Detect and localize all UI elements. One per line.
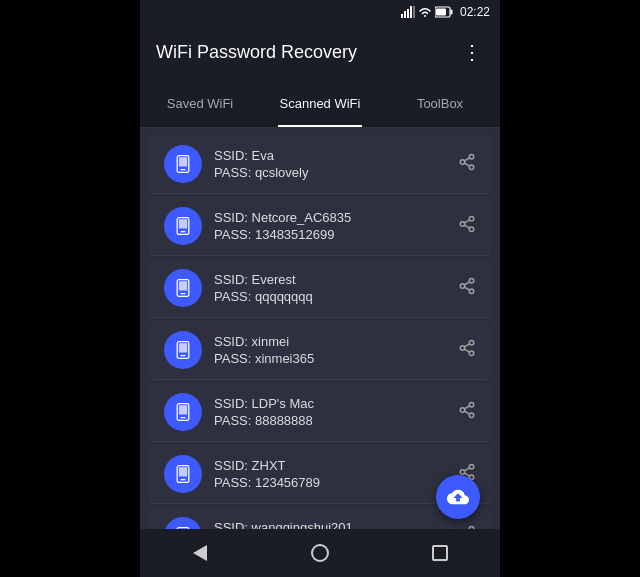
app-title: WiFi Password Recovery [156,42,357,63]
svg-rect-17 [181,231,186,232]
wifi-info-5: SSID: ZHXT PASS: 123456789 [214,458,458,490]
status-time: 02:22 [460,5,490,19]
battery-icon [435,6,453,18]
wifi-info-1: SSID: Netcore_AC6835 PASS: 13483512699 [214,210,458,242]
wifi-ssid-5: SSID: ZHXT [214,458,458,473]
share-icon-2[interactable] [458,277,476,300]
more-menu-icon[interactable]: ⋮ [462,40,484,64]
wifi-item-icon-5 [164,455,202,493]
device-icon [173,216,193,236]
wifi-item-1[interactable]: SSID: Netcore_AC6835 PASS: 13483512699 [150,197,490,256]
wifi-pass-4: PASS: 88888888 [214,413,458,428]
back-icon [193,545,207,561]
wifi-item-icon-1 [164,207,202,245]
wifi-status-icon [418,6,432,18]
wifi-ssid-0: SSID: Eva [214,148,458,163]
tab-saved-wifi[interactable]: Saved WiFi [140,80,260,127]
svg-rect-33 [181,355,186,356]
svg-rect-0 [401,14,403,18]
device-icon [173,402,193,422]
svg-line-31 [464,281,469,284]
svg-rect-9 [181,169,186,170]
svg-line-14 [464,163,469,166]
back-button[interactable] [175,537,225,569]
wifi-info-3: SSID: xinmei PASS: xinmei365 [214,334,458,366]
share-icon-1[interactable] [458,215,476,238]
device-icon [173,278,193,298]
svg-rect-1 [404,11,406,18]
wifi-ssid-4: SSID: LDP's Mac [214,396,458,411]
svg-line-23 [464,219,469,222]
wifi-list: SSID: Eva PASS: qcslovely SSI [140,128,500,529]
tab-scanned-wifi[interactable]: Scanned WiFi [260,80,380,127]
tab-bar: Saved WiFi Scanned WiFi ToolBox [140,80,500,128]
svg-rect-2 [407,9,409,18]
wifi-info-4: SSID: LDP's Mac PASS: 88888888 [214,396,458,428]
home-button[interactable] [295,537,345,569]
wifi-item-0[interactable]: SSID: Eva PASS: qcslovely [150,135,490,194]
cloud-upload-icon [447,486,469,508]
svg-line-55 [464,467,469,470]
home-icon [311,544,329,562]
svg-line-39 [464,343,469,346]
share-icon-3[interactable] [458,339,476,362]
signal-icon [401,6,415,18]
svg-rect-10 [179,157,187,166]
wifi-ssid-3: SSID: xinmei [214,334,458,349]
wifi-pass-2: PASS: qqqqqqqq [214,289,458,304]
svg-rect-34 [179,343,187,352]
svg-rect-7 [436,9,446,16]
svg-line-54 [464,473,469,476]
svg-rect-4 [413,6,415,18]
wifi-pass-1: PASS: 13483512699 [214,227,458,242]
wifi-item-2[interactable]: SSID: Everest PASS: qqqqqqqq [150,259,490,318]
bottom-nav [140,529,500,577]
svg-rect-26 [179,281,187,290]
wifi-item-icon-4 [164,393,202,431]
svg-line-38 [464,349,469,352]
status-bar: 02:22 [140,0,500,24]
wifi-pass-5: PASS: 123456789 [214,475,458,490]
svg-rect-41 [181,417,186,418]
svg-line-46 [464,411,469,414]
status-icons: 02:22 [401,5,490,19]
wifi-info-2: SSID: Everest PASS: qqqqqqqq [214,272,458,304]
wifi-item-icon-6 [164,517,202,529]
wifi-info-6: SSID: wangqingshui201 PASS: 1357924680 [214,520,458,529]
wifi-ssid-2: SSID: Everest [214,272,458,287]
share-icon-4[interactable] [458,401,476,424]
phone-frame: 02:22 WiFi Password Recovery ⋮ Saved WiF… [140,0,500,577]
wifi-item-3[interactable]: SSID: xinmei PASS: xinmei365 [150,321,490,380]
wifi-pass-3: PASS: xinmei365 [214,351,458,366]
device-icon [173,154,193,174]
wifi-pass-0: PASS: qcslovely [214,165,458,180]
wifi-item-4[interactable]: SSID: LDP's Mac PASS: 88888888 [150,383,490,442]
svg-rect-49 [181,479,186,480]
svg-line-22 [464,225,469,228]
wifi-item-icon-0 [164,145,202,183]
recents-button[interactable] [415,537,465,569]
share-icon-0[interactable] [458,153,476,176]
wifi-item-icon-3 [164,331,202,369]
wifi-ssid-1: SSID: Netcore_AC6835 [214,210,458,225]
wifi-item-6[interactable]: SSID: wangqingshui201 PASS: 1357924680 [150,507,490,529]
recents-icon [432,545,448,561]
svg-line-47 [464,405,469,408]
svg-rect-6 [450,10,452,15]
svg-rect-3 [410,6,412,18]
svg-line-15 [464,157,469,160]
svg-rect-42 [179,405,187,414]
wifi-ssid-6: SSID: wangqingshui201 [214,520,458,529]
tab-toolbox[interactable]: ToolBox [380,80,500,127]
svg-rect-25 [181,293,186,294]
app-bar: WiFi Password Recovery ⋮ [140,24,500,80]
wifi-item-icon-2 [164,269,202,307]
device-icon [173,464,193,484]
svg-line-30 [464,287,469,290]
fab-upload-button[interactable] [436,475,480,519]
svg-rect-50 [179,467,187,476]
device-icon [173,340,193,360]
wifi-info-0: SSID: Eva PASS: qcslovely [214,148,458,180]
svg-rect-18 [179,219,187,228]
